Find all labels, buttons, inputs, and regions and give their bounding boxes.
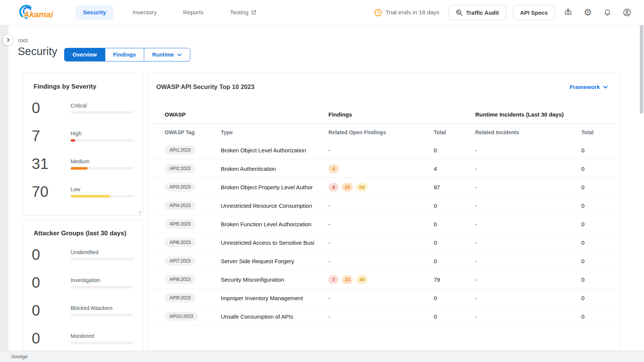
- stat-item: 70Low: [32, 183, 133, 200]
- incidents-total-cell: 0: [581, 166, 612, 172]
- finding-count-badge: 23: [342, 275, 353, 284]
- tab-findings-label: Findings: [113, 52, 136, 58]
- stat-count: 0: [32, 100, 71, 117]
- stat-item: 31Medium: [32, 155, 133, 172]
- nav-item-reports[interactable]: Reports: [176, 5, 211, 20]
- notifications-icon[interactable]: [601, 6, 614, 19]
- table-row[interactable]: API7:2023Server Side Request Forgery-0-0: [148, 252, 620, 270]
- empty-findings-value: -: [328, 313, 330, 320]
- findings-total-cell: 0: [434, 147, 475, 153]
- api-specs-button[interactable]: API Specs: [513, 5, 555, 20]
- owasp-tag-pill: API10:2023: [165, 312, 198, 321]
- nav-item-reports-label: Reports: [183, 9, 203, 16]
- incidents-total-cell: 0: [581, 202, 612, 209]
- framework-dropdown-label: Framework: [570, 84, 600, 90]
- related-incidents-cell: -: [475, 276, 581, 283]
- group-header-owasp: OWASP: [165, 111, 328, 118]
- left-gutter: [0, 25, 8, 351]
- stat-bar-track: [71, 314, 133, 316]
- table-row[interactable]: API1:2023Broken Object Level Authorizati…: [148, 141, 620, 160]
- akamai-logo[interactable]: Akamai: [15, 4, 57, 21]
- settings-icon[interactable]: ⚙: [581, 6, 594, 19]
- support-icon[interactable]: [562, 6, 575, 19]
- owasp-tag-pill: API8:2023: [165, 275, 196, 284]
- incidents-total-cell: 0: [581, 295, 612, 301]
- nav-item-inventory[interactable]: Inventory: [125, 5, 164, 20]
- tab-overview-label: Overview: [72, 52, 97, 58]
- owasp-tag-pill: API2:2023: [165, 164, 196, 173]
- stat-item: 0Blocked Attackers: [32, 302, 133, 319]
- attacker-card-title: Attacker Groups (last 30 days): [23, 220, 143, 237]
- stat-count: 0: [32, 302, 71, 319]
- traffic-audit-icon: [456, 9, 463, 16]
- external-link-icon: [251, 10, 256, 15]
- trial-text: Trial ends in 18 days: [385, 9, 439, 16]
- table-row[interactable]: API6:2023Unrestricted Access to Sensitiv…: [148, 233, 620, 252]
- type-cell: Security Misconfiguration: [221, 276, 328, 283]
- table-row[interactable]: API3:2023Broken Object Property Level Au…: [148, 178, 620, 196]
- table-row[interactable]: API5:2023Broken Function Level Authoriza…: [148, 215, 620, 233]
- stat-label: Investigation: [71, 277, 133, 283]
- traffic-audit-label: Traffic Audit: [466, 9, 499, 16]
- tab-findings[interactable]: Findings: [105, 48, 144, 61]
- table-row[interactable]: API2:2023Broken Authentication44-0: [148, 160, 620, 178]
- stat-label: Blocked Attackers: [71, 305, 133, 311]
- stat-detail: Medium: [71, 158, 133, 170]
- account-icon[interactable]: [621, 6, 633, 19]
- nav-item-inventory-label: Inventory: [132, 9, 157, 16]
- stat-bar-track: [71, 111, 133, 114]
- tab-overview[interactable]: Overview: [65, 48, 105, 61]
- incidents-total-cell: 0: [581, 147, 612, 153]
- stat-bar-track: [71, 139, 133, 142]
- stat-bar-track: [71, 167, 133, 170]
- nav-item-testing-label: Testing: [230, 9, 248, 16]
- related-incidents-cell: -: [475, 202, 581, 209]
- findings-total-cell: 0: [434, 313, 475, 320]
- owasp-tag-cell: API3:2023: [165, 183, 221, 192]
- nav-item-testing[interactable]: Testing: [222, 5, 264, 20]
- finding-count-badge: 4: [328, 183, 339, 192]
- owasp-tag-cell: API10:2023: [165, 312, 221, 321]
- owasp-tag-cell: API1:2023: [165, 146, 221, 155]
- type-cell: Unrestricted Resource Consumption: [221, 202, 328, 209]
- api-specs-label: API Specs: [520, 9, 548, 16]
- finding-count-badge: 49: [356, 275, 367, 284]
- table-row[interactable]: API8:2023Security Misconfiguration723497…: [148, 270, 620, 289]
- findings-total-cell: 0: [434, 202, 475, 209]
- related-incidents-cell: -: [475, 221, 581, 227]
- finding-count-badge: 68: [356, 183, 367, 192]
- stat-bar-track: [71, 286, 133, 288]
- table-row[interactable]: API4:2023Unrestricted Resource Consumpti…: [148, 196, 620, 215]
- traffic-audit-button[interactable]: Traffic Audit: [448, 5, 506, 20]
- stat-bar-track: [71, 342, 133, 344]
- owasp-top10-panel: OWASP API Security Top 10 2023 Framework…: [148, 73, 620, 351]
- status-bar-text: Goolge: [11, 354, 28, 359]
- group-header-runtime-incidents: Runtime Incidents (Last 30 days): [475, 111, 612, 118]
- page-scrollbar-thumb[interactable]: [640, 23, 643, 114]
- related-incidents-cell: -: [475, 239, 581, 246]
- owasp-tag-cell: API6:2023: [165, 238, 221, 247]
- framework-dropdown[interactable]: Framework: [570, 84, 608, 90]
- owasp-table-body: API1:2023Broken Object Level Authorizati…: [148, 141, 620, 326]
- owasp-panel-title: OWASP API Security Top 10 2023: [156, 83, 254, 90]
- stat-bar-fill: [71, 139, 75, 142]
- stat-detail: Investigation: [71, 277, 133, 288]
- nav-item-security[interactable]: Security: [75, 5, 114, 20]
- incidents-total-cell: 0: [581, 239, 612, 246]
- breadcrumb[interactable]: root: [18, 37, 28, 43]
- stat-item: 7High: [32, 127, 133, 144]
- empty-findings-value: -: [328, 295, 330, 301]
- table-row[interactable]: API10:2023Unsafe Consumption of APIs-0-0: [148, 307, 620, 326]
- stat-bar-track: [71, 195, 133, 198]
- sidebar-expand-button[interactable]: [3, 34, 14, 46]
- owasp-tag-cell: API2:2023: [165, 164, 221, 173]
- stat-item: 0Unidentified: [32, 246, 133, 263]
- tab-runtime[interactable]: Runtime: [144, 48, 190, 61]
- related-open-findings-cell: 4: [328, 164, 434, 173]
- incidents-total-cell: 0: [581, 221, 612, 227]
- table-row[interactable]: API9:2023Improper Inventory Management-0…: [148, 289, 620, 307]
- severity-stat-list: 0Critical7High31Medium70Low: [23, 90, 143, 200]
- empty-findings-value: -: [328, 202, 330, 209]
- type-cell: Broken Authentication: [221, 166, 328, 172]
- resize-grip-icon[interactable]: [137, 210, 142, 214]
